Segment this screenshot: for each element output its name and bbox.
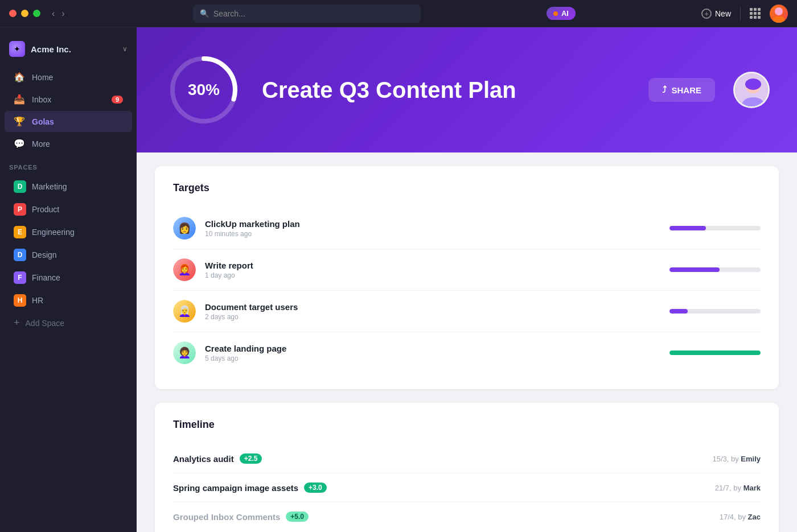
home-icon: 🏠 — [14, 72, 25, 83]
target-avatar-2: 👩‍🦰 — [173, 258, 196, 281]
target-item-2[interactable]: 👩‍🦰 Write report 1 day ago — [173, 249, 761, 291]
target-name-2: Write report — [205, 261, 660, 270]
timeline-name-1: Analytics audit — [173, 454, 234, 464]
space-label: Marketing — [32, 182, 67, 191]
target-time-1: 10 minutes ago — [205, 230, 660, 238]
workspace-logo: ✦ — [9, 41, 25, 57]
timeline-card: Timeline Analytics audit +2.5 15/3, by E… — [155, 403, 779, 532]
timeline-badge-3: +5.0 — [286, 512, 309, 522]
sidebar-item-label: Inbox — [32, 95, 51, 104]
cards-area: Targets 👩 ClickUp marketing plan 10 minu… — [137, 152, 797, 532]
space-dot-engineering: E — [14, 226, 26, 238]
close-window-button[interactable] — [9, 10, 17, 17]
hero-title: Create Q3 Content Plan — [262, 77, 630, 103]
space-product[interactable]: P Product — [5, 199, 132, 220]
sidebar-item-home[interactable]: 🏠 Home — [5, 67, 132, 88]
timeline-name-3: Grouped Inbox Comments — [173, 512, 280, 522]
new-label: New — [715, 9, 731, 18]
space-label: Design — [32, 250, 57, 259]
nav-arrows: ‹ › — [50, 7, 67, 20]
timeline-title: Timeline — [173, 419, 761, 431]
new-plus-icon: + — [701, 9, 712, 19]
add-space-button[interactable]: + Add Space — [5, 312, 132, 333]
minimize-window-button[interactable] — [21, 10, 28, 17]
target-info-1: ClickUp marketing plan 10 minutes ago — [205, 219, 660, 238]
space-dot-design: D — [14, 249, 26, 261]
space-dot-marketing: D — [14, 180, 26, 193]
svg-point-1 — [773, 16, 785, 23]
sidebar-item-more[interactable]: 💬 More — [5, 133, 132, 154]
user-avatar[interactable] — [770, 5, 788, 23]
add-space-label: Add Space — [26, 319, 65, 328]
sidebar: ✦ Acme Inc. ∨ 🏠 Home 📥 Inbox 9 🏆 Golas 💬… — [0, 27, 137, 532]
grid-menu-icon[interactable] — [750, 8, 761, 19]
target-progress-3 — [669, 309, 761, 314]
workspace-header[interactable]: ✦ Acme Inc. ∨ — [0, 36, 137, 66]
space-dot-finance: F — [14, 271, 26, 284]
target-progress-1 — [669, 226, 761, 230]
workspace-name: Acme Inc. — [31, 44, 71, 54]
timeline-item-3[interactable]: Grouped Inbox Comments +5.0 17/4, by Zac — [173, 502, 761, 531]
space-design[interactable]: D Design — [5, 244, 132, 266]
target-item-1[interactable]: 👩 ClickUp marketing plan 10 minutes ago — [173, 208, 761, 249]
target-name-1: ClickUp marketing plan — [205, 219, 660, 229]
target-info-3: Document target users 2 days ago — [205, 302, 660, 321]
new-button[interactable]: + New — [701, 9, 731, 19]
search-bar[interactable]: 🔍 Search... — [193, 5, 421, 23]
sidebar-item-inbox[interactable]: 📥 Inbox 9 — [5, 89, 132, 110]
topbar: ‹ › 🔍 Search... AI + New — [0, 0, 797, 27]
progress-ring: 30% — [164, 50, 244, 130]
target-time-3: 2 days ago — [205, 313, 660, 321]
timeline-item-1[interactable]: Analytics audit +2.5 15/3, by Emily — [173, 444, 761, 473]
sidebar-item-label: More — [32, 139, 50, 149]
space-label: HR — [32, 296, 43, 305]
target-avatar-4: 👩‍🦱 — [173, 341, 196, 364]
target-progress-4 — [669, 350, 761, 355]
progress-percent: 30% — [188, 81, 220, 99]
share-label: SHARE — [671, 85, 701, 95]
timeline-name-2: Spring campaign image assets — [173, 483, 298, 493]
inbox-icon: 📥 — [14, 94, 25, 105]
target-name-4: Create landing page — [205, 344, 660, 353]
target-time-4: 5 days ago — [205, 354, 660, 362]
timeline-date-3: 17/4, by — [720, 513, 746, 521]
ai-dot-icon — [553, 11, 558, 16]
goals-icon: 🏆 — [14, 116, 25, 127]
space-hr[interactable]: H HR — [5, 290, 132, 311]
spaces-section-label: Spaces — [0, 155, 137, 175]
forward-button[interactable]: › — [59, 7, 67, 20]
timeline-right-3: 17/4, by Zac — [720, 513, 761, 521]
more-icon: 💬 — [14, 138, 25, 149]
space-marketing[interactable]: D Marketing — [5, 176, 132, 197]
sidebar-item-label: Golas — [32, 117, 54, 126]
share-button[interactable]: ⤴ SHARE — [648, 78, 715, 102]
target-item-4[interactable]: 👩‍🦱 Create landing page 5 days ago — [173, 332, 761, 373]
targets-title: Targets — [173, 182, 761, 194]
search-icon: 🔍 — [200, 9, 209, 18]
workspace-chevron-icon: ∨ — [122, 45, 128, 53]
timeline-person-2: Mark — [743, 484, 761, 492]
back-button[interactable]: ‹ — [50, 7, 57, 20]
topbar-right: + New — [701, 5, 788, 23]
window-controls — [9, 10, 40, 17]
timeline-right-1: 15/3, by Emily — [712, 455, 761, 463]
share-icon: ⤴ — [662, 85, 667, 95]
search-placeholder: Search... — [213, 9, 245, 18]
main-layout: ✦ Acme Inc. ∨ 🏠 Home 📥 Inbox 9 🏆 Golas 💬… — [0, 27, 797, 532]
space-finance[interactable]: F Finance — [5, 267, 132, 288]
space-engineering[interactable]: E Engineering — [5, 221, 132, 243]
timeline-right-2: 21/7, by Mark — [715, 484, 761, 492]
timeline-badge-1: +2.5 — [240, 453, 262, 464]
timeline-person-1: Emily — [741, 455, 761, 463]
space-dot-product: P — [14, 203, 26, 216]
hero-user-avatar — [733, 72, 770, 108]
hero-section: 30% Create Q3 Content Plan ⤴ SHARE — [137, 27, 797, 152]
timeline-item-2[interactable]: Spring campaign image assets +3.0 21/7, … — [173, 473, 761, 502]
space-label: Engineering — [32, 228, 75, 237]
sidebar-item-goals[interactable]: 🏆 Golas — [5, 111, 132, 132]
target-item-3[interactable]: 👩‍🦳 Document target users 2 days ago — [173, 291, 761, 332]
inbox-badge: 9 — [112, 96, 123, 104]
ai-button[interactable]: AI — [547, 7, 576, 20]
target-avatar-1: 👩 — [173, 217, 196, 240]
maximize-window-button[interactable] — [33, 10, 40, 17]
